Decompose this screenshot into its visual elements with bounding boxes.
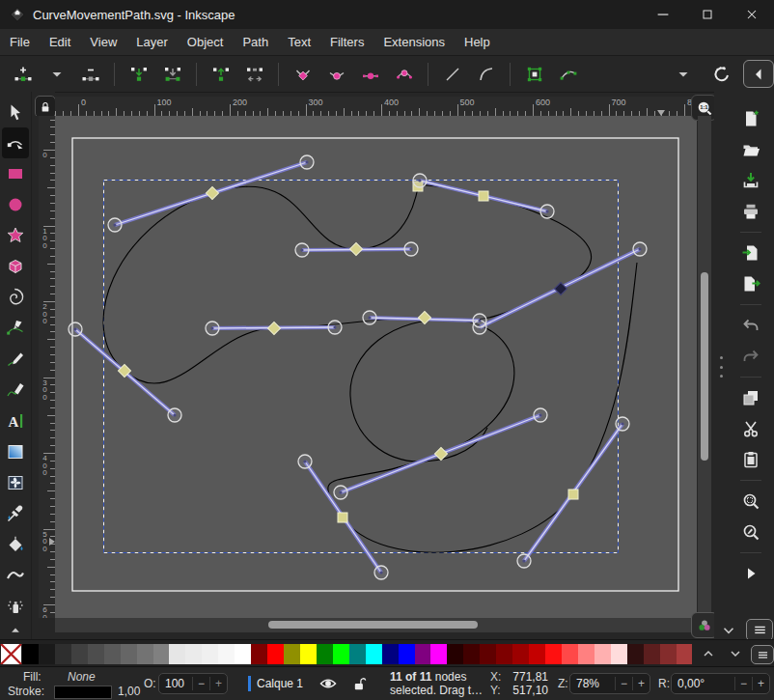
print-document-button[interactable]: [737, 198, 764, 225]
palette-swatch[interactable]: [71, 644, 88, 664]
delete-node-button[interactable]: [75, 60, 105, 88]
palette-swatch[interactable]: [235, 644, 251, 664]
text-tool[interactable]: A: [2, 406, 29, 436]
zoom-decrease-button[interactable]: −: [615, 677, 632, 690]
import-image-button[interactable]: [737, 239, 764, 266]
more-tools[interactable]: [2, 622, 29, 639]
palette-swatch[interactable]: [202, 644, 218, 664]
show-transform-handles-button[interactable]: [705, 60, 735, 88]
control-handle[interactable]: [517, 554, 531, 568]
palette-menu-button[interactable]: [751, 645, 774, 664]
open-document-button[interactable]: [737, 136, 764, 163]
zoom-drawing-button[interactable]: [737, 518, 764, 546]
join-nodes-button[interactable]: [124, 60, 153, 88]
rectangle-tool[interactable]: [2, 158, 29, 189]
break-nodes-button[interactable]: [206, 60, 235, 88]
path-node-square[interactable]: [568, 490, 578, 499]
control-handle[interactable]: [374, 566, 388, 579]
lock-guides-button[interactable]: [35, 96, 56, 118]
palette-swatch[interactable]: [545, 644, 562, 664]
horizontal-ruler[interactable]: 0100200300400500600700800: [55, 97, 697, 116]
toolbar-options-button[interactable]: [668, 60, 698, 88]
selector-tool[interactable]: [2, 97, 29, 127]
more-commands-button[interactable]: [737, 560, 764, 587]
delete-segment-button[interactable]: [239, 60, 269, 88]
opacity-spinbox[interactable]: 100 − +: [158, 673, 228, 694]
calligraphy-tool[interactable]: [2, 375, 29, 406]
control-handle[interactable]: [473, 314, 486, 327]
palette-scroll-down-button[interactable]: [724, 643, 747, 664]
menu-path[interactable]: Path: [233, 31, 278, 53]
palette-swatch[interactable]: [22, 644, 39, 664]
paint-bucket-tool[interactable]: [2, 529, 29, 560]
tweak-tool[interactable]: [2, 560, 29, 591]
dropper-tool[interactable]: [2, 498, 29, 529]
control-handle[interactable]: [108, 218, 122, 232]
control-handle[interactable]: [69, 322, 82, 336]
drawing-canvas[interactable]: [55, 116, 697, 618]
palette-swatch[interactable]: [284, 644, 300, 664]
palette-swatch[interactable]: [578, 644, 594, 664]
palette-swatch[interactable]: [627, 644, 644, 664]
palette-swatch-none[interactable]: [0, 644, 22, 664]
zoom-increase-button[interactable]: +: [632, 677, 650, 690]
palette-swatch[interactable]: [185, 644, 202, 664]
palette-swatch[interactable]: [349, 644, 366, 664]
control-handle[interactable]: [300, 155, 314, 169]
palette-swatch[interactable]: [660, 644, 677, 664]
opacity-decrease-button[interactable]: −: [192, 677, 209, 690]
control-handle[interactable]: [206, 322, 219, 335]
palette-swatch[interactable]: [55, 644, 71, 664]
palette-scroll-up-button[interactable]: [697, 643, 720, 664]
save-document-button[interactable]: [737, 167, 764, 194]
paste-button[interactable]: [737, 446, 764, 473]
palette-swatch[interactable]: [333, 644, 349, 664]
commands-menu-button[interactable]: [746, 619, 773, 641]
menu-text[interactable]: Text: [278, 31, 320, 53]
menu-file[interactable]: File: [0, 31, 40, 53]
palette-swatch[interactable]: [382, 644, 399, 664]
palette-swatch[interactable]: [218, 644, 235, 664]
palette-swatch[interactable]: [39, 644, 55, 664]
cut-button[interactable]: [737, 415, 764, 442]
vertical-scrollbar-thumb[interactable]: [701, 272, 708, 461]
zoom-spinbox[interactable]: 78% − +: [569, 673, 650, 694]
node-tool[interactable]: [2, 127, 29, 158]
rotation-value[interactable]: 0,00°: [672, 677, 734, 690]
insert-node-button[interactable]: [8, 60, 38, 88]
fill-value[interactable]: None: [68, 670, 96, 684]
palette-swatch[interactable]: [251, 644, 267, 664]
palette-swatch[interactable]: [480, 644, 496, 664]
layer-lock-toggle[interactable]: [349, 674, 369, 693]
menu-help[interactable]: Help: [455, 31, 500, 53]
minimize-button[interactable]: [641, 0, 685, 29]
rotation-decrease-button[interactable]: −: [734, 677, 752, 690]
path-node-square[interactable]: [479, 191, 488, 201]
vertical-scrollbar[interactable]: [698, 116, 711, 618]
control-handle[interactable]: [633, 242, 647, 256]
menu-extensions[interactable]: Extensions: [373, 31, 455, 53]
segment-curve-button[interactable]: [471, 60, 501, 88]
palette-swatch[interactable]: [529, 644, 545, 664]
menu-edit[interactable]: Edit: [40, 31, 80, 53]
control-handle[interactable]: [413, 174, 427, 187]
star-tool[interactable]: [2, 220, 29, 251]
palette-swatch[interactable]: [88, 644, 104, 664]
stroke-color-swatch[interactable]: [54, 686, 112, 699]
palette-swatch[interactable]: [415, 644, 431, 664]
stroke-to-path-button[interactable]: [553, 60, 583, 88]
palette-swatch[interactable]: [137, 644, 153, 664]
close-button[interactable]: [730, 0, 774, 29]
box-3d-tool[interactable]: [2, 251, 29, 282]
horizontal-scrollbar-thumb[interactable]: [268, 621, 478, 629]
panel-resize-handle[interactable]: [717, 356, 725, 378]
redo-button[interactable]: [737, 343, 764, 370]
zoom-value[interactable]: 78%: [570, 677, 615, 690]
object-to-path-button[interactable]: [519, 60, 549, 88]
menu-object[interactable]: Object: [178, 31, 234, 53]
control-handle[interactable]: [540, 205, 554, 218]
control-handle[interactable]: [616, 417, 629, 431]
stroke-width-value[interactable]: 1,00: [118, 685, 140, 698]
control-handle[interactable]: [363, 311, 376, 324]
canvas-viewport[interactable]: [55, 116, 697, 618]
